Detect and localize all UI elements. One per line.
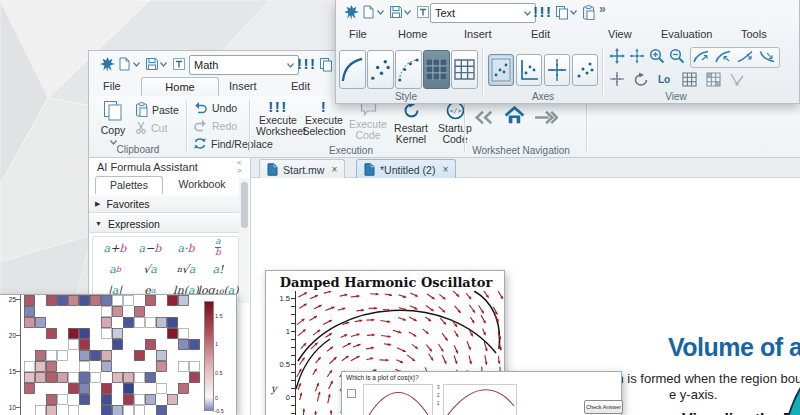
zoom-in-icon[interactable]: [648, 47, 666, 65]
paste-button[interactable]: Paste: [135, 102, 179, 117]
view-group-label: View: [636, 91, 716, 102]
execute-worksheet-button[interactable]: !!! Execute Worksheet: [256, 101, 300, 138]
copy-button[interactable]: Copy: [95, 100, 131, 148]
expression-palette-item[interactable]: a·b: [169, 239, 203, 257]
copy-icon[interactable]: [555, 5, 569, 20]
answer-checkbox[interactable]: [347, 389, 356, 398]
question-panel[interactable]: Which is a plot of cos(x)? 3 2 1 Check A…: [341, 371, 622, 415]
maple-leaf-icon: [344, 5, 359, 20]
execute-all-icon[interactable]: !!!: [297, 55, 317, 72]
scale-default-icon[interactable]: [692, 47, 710, 65]
text-mode-select[interactable]: Text: [430, 3, 536, 23]
pan-icon[interactable]: [608, 47, 626, 65]
menu-tab-evaluation[interactable]: Evaluation: [661, 28, 712, 40]
menu-tab-edit[interactable]: Edit: [531, 28, 550, 40]
scale-x-icon[interactable]: [736, 47, 754, 65]
menu-tab-edit[interactable]: Edit: [291, 80, 310, 92]
chevron-down-icon[interactable]: [570, 10, 577, 15]
plot-b-tick: 2: [437, 393, 440, 398]
chevron-down-icon[interactable]: [377, 10, 384, 15]
oscillator-plot-title: Damped Harmonic Oscillator: [266, 275, 506, 290]
menu-tab-insert[interactable]: Insert: [229, 80, 257, 92]
close-icon[interactable]: ×: [442, 164, 448, 175]
copy-label: Copy: [101, 124, 126, 136]
chevron-down-icon[interactable]: [133, 62, 140, 67]
probe-info-icon[interactable]: [728, 70, 746, 88]
menu-tab-file[interactable]: File: [349, 28, 367, 40]
palette-section-favorites[interactable]: ▶ Favorites: [89, 194, 239, 213]
scrollbar-thumb[interactable]: [241, 182, 248, 228]
menu-tab-home[interactable]: Home: [141, 77, 219, 97]
restart-kernel-button[interactable]: Restart Kernel: [390, 101, 432, 146]
expression-palette-item[interactable]: a−b: [133, 239, 167, 257]
palette-section-expression[interactable]: ▼ Expression: [89, 214, 239, 233]
expression-palette-item[interactable]: ab: [98, 260, 132, 278]
find-replace-icon: [193, 137, 207, 150]
translate-icon[interactable]: [628, 47, 646, 65]
gridlines-icon[interactable]: [680, 70, 698, 88]
redo-button[interactable]: Redo: [193, 119, 237, 132]
execute-all-icon[interactable]: !!!: [533, 3, 553, 20]
plot-style-point-line-button[interactable]: [395, 50, 422, 89]
paste-label: Paste: [152, 104, 179, 116]
plot-style-patch-button[interactable]: [423, 50, 450, 89]
save-icon[interactable]: [389, 5, 403, 19]
undo-button[interactable]: Undo: [193, 101, 237, 114]
expression-palette-item[interactable]: √a: [133, 260, 167, 278]
plot-style-line-button[interactable]: [339, 50, 366, 89]
menu-tab-home[interactable]: Home: [398, 28, 427, 40]
expression-palette-item[interactable]: n√a: [169, 260, 203, 278]
redo-label: Redo: [212, 120, 237, 132]
scale-y-icon[interactable]: [758, 47, 776, 65]
home-icon[interactable]: [503, 106, 526, 125]
chevron-down-icon[interactable]: [404, 10, 411, 15]
scale-constrained-icon[interactable]: [714, 47, 732, 65]
tab-workbook[interactable]: Workbook: [169, 176, 235, 193]
menu-tab-view[interactable]: View: [608, 28, 632, 40]
navigate-back-icon[interactable]: [473, 110, 496, 125]
close-icon[interactable]: ×: [331, 164, 337, 175]
cut-button[interactable]: Cut: [135, 121, 167, 134]
table-icon[interactable]: [172, 57, 186, 71]
save-icon[interactable]: [145, 57, 159, 71]
execute-code-button[interactable]: Execute Code: [348, 101, 388, 142]
worksheet-navigation-label: Worksheet Navigation: [461, 145, 581, 156]
log-mode-icon[interactable]: Lo: [656, 70, 674, 88]
expression-palette-item[interactable]: a+b: [98, 239, 132, 257]
check-answer-button[interactable]: Check Answer: [584, 400, 623, 414]
expression-palette-item[interactable]: a!: [201, 260, 235, 278]
heatmap-plot-window[interactable]: 25 20 15 10 1.5 1 0.5 0 −0.5: [0, 294, 237, 415]
rotate-plot-icon[interactable]: [632, 70, 650, 88]
panel-scrollbar[interactable]: [239, 178, 249, 303]
plot-style-patch-grid-button[interactable]: [451, 50, 478, 89]
axes-properties-icon[interactable]: [608, 70, 626, 88]
doc-tab-untitled[interactable]: *Untitled (2) ×: [356, 159, 456, 179]
menu-tab-file[interactable]: File: [103, 80, 121, 92]
new-document-icon[interactable]: [118, 57, 131, 71]
table-icon[interactable]: [416, 5, 430, 19]
zoom-out-icon[interactable]: [668, 47, 686, 65]
paste-icon[interactable]: [582, 5, 595, 20]
axes-normal-button[interactable]: [516, 54, 542, 86]
chevron-down-icon[interactable]: [160, 62, 167, 67]
panel-collapse-right-icon[interactable]: >: [237, 166, 242, 175]
plot-style-point-button[interactable]: [367, 50, 394, 89]
answer-plot-b[interactable]: [443, 384, 517, 415]
tab-palettes[interactable]: Palettes: [95, 176, 163, 195]
answer-plot-a[interactable]: [363, 384, 433, 415]
menu-tab-tools[interactable]: Tools: [741, 28, 767, 40]
menu-tab-insert[interactable]: Insert: [464, 28, 492, 40]
startup-code-button[interactable]: </> Startup Code: [434, 101, 476, 146]
axes-none-button[interactable]: [572, 54, 598, 86]
navigate-forward-icon[interactable]: [533, 110, 558, 125]
copy-icon[interactable]: [319, 57, 333, 72]
doc-tab-start[interactable]: Start.mw ×: [259, 159, 345, 179]
axes-cross-button[interactable]: [544, 54, 570, 86]
expression-palette-item[interactable]: ab: [201, 239, 235, 257]
execute-selection-button[interactable]: ! Execute Selection: [302, 101, 346, 138]
gridlines-fill-icon[interactable]: [704, 70, 722, 88]
new-document-icon[interactable]: [362, 5, 375, 19]
math-mode-select[interactable]: Math: [189, 55, 299, 75]
overflow-icon[interactable]: »: [599, 2, 606, 16]
axes-boxed-button[interactable]: [488, 54, 514, 86]
